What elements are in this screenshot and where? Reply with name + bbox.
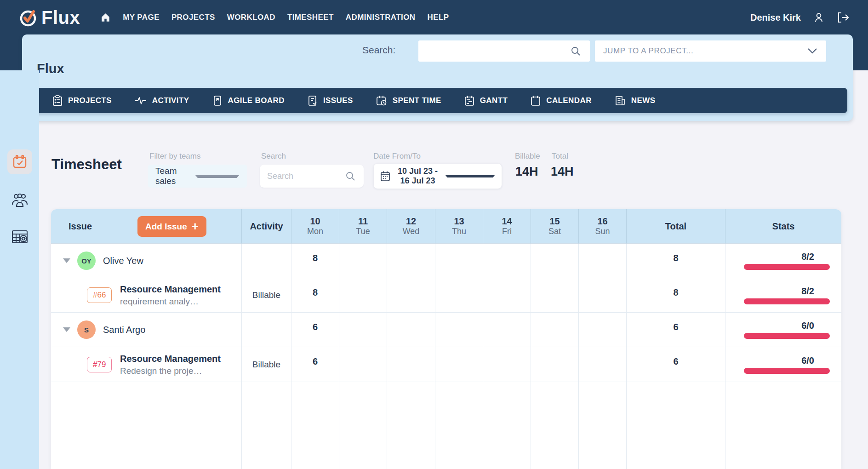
tab-spent-time[interactable]: SPENT TIME	[365, 88, 453, 113]
day-cell[interactable]	[531, 313, 579, 347]
day-cell[interactable]	[579, 278, 627, 313]
sidebar-item-timesheet[interactable]	[0, 149, 39, 174]
day-cell[interactable]: 8	[291, 278, 339, 313]
issue-header-label: Issue	[69, 221, 92, 232]
plus-icon: +	[192, 220, 199, 232]
total-value: 14H	[551, 165, 574, 179]
day-cell[interactable]	[339, 278, 387, 313]
tab-activity[interactable]: ACTIVITY	[123, 88, 201, 113]
issues-doc-check-icon	[308, 95, 318, 106]
day-cell[interactable]	[387, 278, 435, 313]
billable-value: 14H	[515, 165, 538, 179]
tab-calendar[interactable]: CALENDAR	[519, 88, 603, 113]
flux-logo[interactable]: Flux	[18, 7, 80, 28]
issue-id-badge[interactable]: #66	[87, 287, 112, 303]
logo-text: Flux	[41, 7, 80, 28]
user-profile-icon[interactable]	[813, 11, 825, 23]
day-cell[interactable]: 8	[291, 244, 339, 278]
collapse-chevron-icon[interactable]	[63, 258, 70, 263]
jump-to-project-select[interactable]: JUMP TO A PROJECT...	[595, 40, 826, 62]
nav-item-projects[interactable]: PROJECTS	[171, 13, 215, 22]
tab-spent-time-label: SPENT TIME	[393, 96, 441, 105]
nav-item-administration[interactable]: ADMINISTRATION	[346, 13, 416, 22]
total-cell: 8	[627, 278, 725, 313]
issue-id-badge[interactable]: #79	[87, 357, 112, 372]
stats-progress-bar	[744, 333, 830, 339]
day-cell[interactable]	[387, 313, 435, 347]
date-range-label: Date From/To	[373, 152, 421, 161]
nav-item-timesheet[interactable]: TIMESHEET	[287, 13, 334, 22]
home-icon[interactable]	[100, 12, 111, 23]
day-cell[interactable]	[483, 278, 531, 313]
activity-cell: Billable	[242, 347, 291, 382]
day-cell[interactable]	[435, 347, 483, 382]
col-header-activity: Activity	[242, 209, 291, 244]
col-header-day-sat: 15 Sat	[531, 209, 579, 244]
col-header-day-tue: 11 Tue	[339, 209, 387, 244]
header-search-icon[interactable]	[570, 46, 581, 57]
nav-item-workload[interactable]: WORKLOAD	[227, 13, 275, 22]
day-cell[interactable]: 6	[291, 347, 339, 382]
activity-cell	[242, 313, 291, 347]
sidebar-item-workload[interactable]	[0, 229, 39, 245]
day-cell[interactable]	[483, 313, 531, 347]
day-cell[interactable]	[531, 347, 579, 382]
tab-calendar-label: CALENDAR	[546, 96, 592, 105]
left-sidebar	[0, 70, 39, 469]
day-cell[interactable]	[387, 244, 435, 278]
col-header-issue: Issue Add Issue +	[51, 209, 242, 244]
day-cell[interactable]	[387, 347, 435, 382]
tab-gantt[interactable]: GANTT	[453, 88, 520, 113]
day-cell[interactable]	[339, 347, 387, 382]
current-user-name: Denise Kirk	[750, 12, 801, 23]
day-cell[interactable]	[531, 244, 579, 278]
nav-item-help[interactable]: HELP	[427, 13, 449, 22]
nav-links: MY PAGE PROJECTS WORKLOAD TIMESHEET ADMI…	[100, 12, 449, 23]
day-cell[interactable]: 6	[291, 313, 339, 347]
header-search-input[interactable]	[418, 40, 590, 62]
calendar-icon	[531, 95, 541, 106]
nav-item-my-page[interactable]: MY PAGE	[123, 13, 160, 22]
tab-news[interactable]: NEWS	[603, 88, 667, 113]
date-range-picker[interactable]: 10 Jul 23 - 16 Jul 23	[373, 163, 502, 189]
project-header-panel: Search: JUMP TO A PROJECT... Flux PROJ	[22, 34, 853, 121]
total-label: Total	[552, 152, 568, 161]
activity-pulse-icon	[135, 96, 147, 105]
project-title: Flux	[37, 61, 64, 76]
day-cell[interactable]	[339, 313, 387, 347]
day-cell[interactable]	[435, 278, 483, 313]
user-row-cell: OY Olive Yew	[51, 244, 242, 278]
user-row-cell: S Santi Argo	[51, 313, 242, 347]
collapse-chevron-icon[interactable]	[63, 327, 70, 332]
day-cell[interactable]	[483, 347, 531, 382]
project-subnav: PROJECTS ACTIVITY AGILE BOARD	[34, 88, 847, 113]
team-filter-value: Team sales	[155, 166, 195, 186]
day-cell[interactable]	[579, 313, 627, 347]
activity-cell	[242, 244, 291, 278]
user-name: Olive Yew	[103, 256, 143, 266]
tab-projects-label: PROJECTS	[68, 96, 112, 105]
tab-agile-board[interactable]: AGILE BOARD	[201, 88, 296, 113]
day-cell[interactable]	[483, 244, 531, 278]
day-cell[interactable]	[531, 278, 579, 313]
day-cell[interactable]	[579, 347, 627, 382]
col-header-day-fri: 14 Fri	[483, 209, 531, 244]
logout-icon[interactable]	[837, 11, 850, 23]
tab-issues-label: ISSUES	[323, 96, 353, 105]
search-icon[interactable]	[345, 171, 356, 182]
add-issue-button[interactable]: Add Issue +	[137, 216, 206, 237]
panel-search-row: Search: JUMP TO A PROJECT...	[22, 40, 853, 62]
issue-subtitle: requirement analy…	[120, 297, 227, 307]
day-cell[interactable]	[435, 313, 483, 347]
day-cell[interactable]	[435, 244, 483, 278]
tab-issues[interactable]: ISSUES	[296, 88, 365, 113]
tab-projects[interactable]: PROJECTS	[41, 88, 123, 113]
tab-gantt-label: GANTT	[480, 96, 508, 105]
day-cell[interactable]	[579, 244, 627, 278]
timesheet-calendar-check-icon	[7, 149, 32, 174]
team-filter-select[interactable]: Team sales	[148, 165, 247, 188]
day-cell[interactable]	[339, 244, 387, 278]
sidebar-item-teams[interactable]	[0, 192, 39, 208]
main-navbar: Flux MY PAGE PROJECTS WORKLOAD TIMESHEET…	[0, 0, 868, 35]
empty-table-area	[51, 382, 242, 469]
